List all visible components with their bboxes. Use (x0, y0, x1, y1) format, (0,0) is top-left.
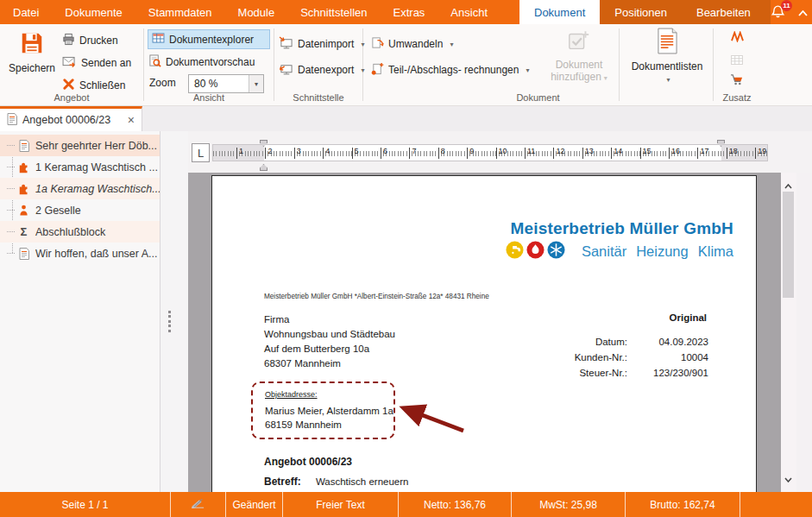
document-lists-button[interactable]: Dokumentlisten ▾ (626, 28, 708, 91)
zoom-value: 80 % (189, 78, 249, 90)
splitter-handle[interactable] (160, 131, 188, 492)
info-row-date: Datum: 04.09.2023 (557, 334, 708, 350)
print-button[interactable]: Drucken (62, 31, 118, 50)
shop-button[interactable] (714, 73, 760, 89)
print-label: Drucken (79, 35, 118, 47)
ruler-unit-number: 19 (757, 147, 767, 155)
tree-guide (7, 210, 15, 211)
tree-item-text-block[interactable]: Sehr geehrter Herr Döb... (0, 135, 160, 156)
menu-item-datei[interactable]: Datei (0, 0, 52, 24)
ribbon-group-zusatz: Zusatz (714, 24, 760, 105)
info-value: 10004 (639, 350, 708, 365)
document-preview-button[interactable]: Dokumentvorschau (148, 53, 255, 72)
combo-arrow-icon[interactable]: ▾ (249, 75, 263, 92)
tree-item-labour[interactable]: 2 Geselle (0, 199, 160, 221)
add-document-button-disabled: Dokument hinzufügen▾ (541, 28, 617, 91)
measurement-button[interactable] (714, 30, 760, 46)
ruler-corner-button[interactable]: L (192, 143, 210, 162)
menu-item-dokumente[interactable]: Dokumente (52, 0, 135, 24)
object-address-box: Objektadresse: Marius Meier, Alsterdamm … (251, 381, 395, 439)
service-word-sanitaer: Sanitär (582, 243, 626, 260)
object-address-line: 68159 Mannheim (265, 418, 393, 432)
scroll-up-icon[interactable] (784, 177, 792, 192)
add-document-label-2: hinzufügen (551, 71, 601, 83)
status-modified: Geändert (226, 492, 283, 517)
tree-guide (7, 253, 15, 254)
partial-invoice-button[interactable]: Teil-/Abschlags- rechnungen ▾ (371, 60, 529, 79)
dropdown-caret-icon: ▾ (450, 41, 453, 48)
ribbon-group-angebot: Speichern Drucken Senden an Schließen An… (0, 24, 143, 105)
convert-button[interactable]: Umwandeln ▾ (371, 35, 453, 54)
data-import-button[interactable]: Datenimport ▾ (279, 35, 364, 54)
document-canvas: Meisterbetrieb Müller GmbH Sanitär Heizu… (188, 173, 781, 492)
tree-item-article-variant[interactable]: 1a Keramag Waschtisch... (0, 178, 160, 199)
tab-close-icon[interactable]: × (128, 114, 135, 126)
status-page-indicator: Seite 1 / 1 (0, 492, 171, 517)
ribbon-group-schnittstelle: Datenimport ▾ Datenexport ▾ Schnittstell… (274, 24, 362, 105)
menu-item-extras[interactable]: Extras (381, 0, 438, 24)
ruler-unit-tick (467, 148, 468, 159)
tree-item-article[interactable]: 1 Keramag Waschtisch ... (0, 156, 160, 178)
ribbon-empty-area (760, 24, 812, 105)
ruler-unit-tick (582, 148, 583, 159)
menu-item-stammdaten[interactable]: Stammdaten (135, 0, 225, 24)
ruler-unit-tick (265, 148, 266, 159)
info-row-customer: Kunden-Nr.: 10004 (557, 350, 708, 365)
document-explorer-toggle[interactable]: Dokumentexplorer (148, 29, 270, 49)
ruler-bar: L 12345678910111213141516171819 (188, 131, 812, 173)
tree-item-label: 1 Keramag Waschtisch ... (35, 161, 158, 173)
ruler-unit-number: 18 (728, 147, 739, 155)
document-structure-tree: Sehr geehrter Herr Döb... 1 Keramag Wasc… (0, 131, 160, 492)
menubar: Datei Dokumente Stammdaten Module Schnit… (0, 0, 812, 24)
info-label: Steuer-Nr.: (557, 365, 627, 381)
recipient-address: Firma Wohnungsbau und Städtebau Auf dem … (264, 312, 395, 371)
menu-tab-dokument[interactable]: Dokument (519, 0, 600, 24)
statusbar: Seite 1 / 1 Geändert Freier Text Netto: … (0, 492, 812, 517)
scroll-down-icon[interactable] (784, 470, 792, 486)
dropdown-caret-icon: ▾ (666, 76, 670, 84)
notification-bell-icon[interactable]: 11 (771, 4, 786, 20)
ruler-unit-tick (525, 148, 526, 159)
menu-item-ansicht[interactable]: Ansicht (437, 0, 500, 24)
ruler-unit-number: 14 (613, 147, 623, 155)
signature-disabled-icon (191, 498, 205, 511)
ruler-unit-tick (294, 148, 295, 159)
tree-guide (7, 231, 15, 232)
ruler-unit-tick (496, 148, 497, 159)
ruler-unit-number: 5 (354, 147, 360, 155)
vertical-scrollbar[interactable] (781, 173, 796, 492)
save-button[interactable]: Speichern (7, 30, 57, 91)
tree-guide (7, 188, 15, 189)
collapse-ribbon-icon[interactable] (798, 6, 808, 19)
zoom-combobox[interactable]: 80 % ▾ (188, 74, 264, 93)
data-import-label: Datenimport (298, 38, 354, 50)
ruler-unit-tick (640, 148, 641, 159)
status-mode: Freier Text (283, 492, 399, 517)
scroll-thumb[interactable] (783, 192, 794, 298)
tree-item-total-block[interactable]: Σ Abschlußblock (0, 221, 160, 243)
data-export-button[interactable]: Datenexport ▾ (279, 60, 364, 79)
margin-marker-left-bottom[interactable] (260, 164, 268, 171)
menu-tab-positionen[interactable]: Positionen (600, 0, 682, 24)
tree-item-label: 2 Geselle (35, 205, 81, 217)
ribbon-group-ansicht: Dokumentexplorer Dokumentvorschau Zoom 8… (144, 24, 274, 105)
data-export-label: Datenexport (298, 64, 354, 76)
tree-item-closing-text[interactable]: Wir hoffen, daß unser A... (0, 243, 160, 264)
ruler-unit-number: 15 (642, 147, 652, 155)
menu-tab-bearbeiten[interactable]: Bearbeiten (682, 0, 765, 24)
envelope-icon (62, 56, 77, 70)
document-page: Meisterbetrieb Müller GmbH Sanitär Heizu… (211, 175, 757, 492)
document-tabbar: Angebot 00006/23 × (0, 106, 812, 131)
menu-item-schnittstellen[interactable]: Schnittstellen (287, 0, 380, 24)
sender-line: Meisterbetrieb Müller GmbH *Albert-Einst… (264, 293, 489, 300)
group-separator (619, 28, 620, 101)
status-brutto: Brutto: 162,74 (626, 492, 740, 517)
menu-item-module[interactable]: Module (225, 0, 288, 24)
ruler-unit-number: 3 (296, 147, 302, 155)
send-button[interactable]: Senden an (62, 54, 131, 73)
ruler-unit-number: 16 (670, 147, 681, 155)
group-label-zusatz: Zusatz (714, 92, 760, 103)
ruler-unit-tick (381, 148, 381, 159)
explorer-label: Dokumentexplorer (169, 34, 254, 46)
document-tab[interactable]: Angebot 00006/23 × (0, 106, 142, 131)
